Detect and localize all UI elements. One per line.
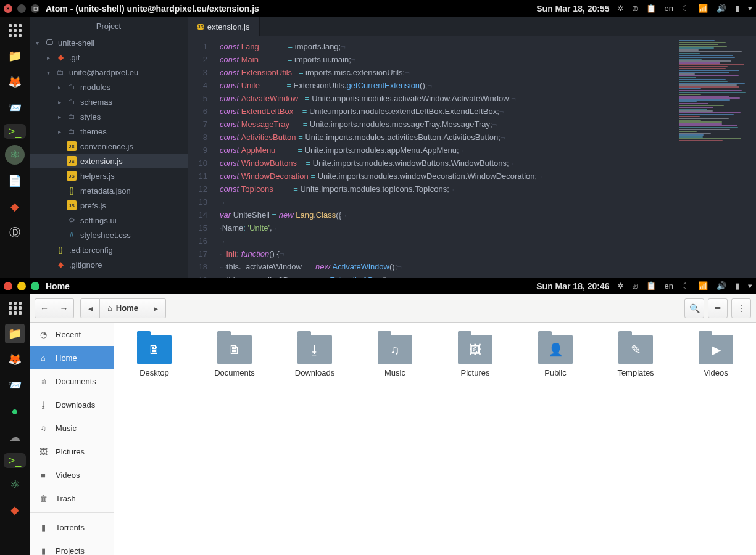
sidebar-item[interactable]: ⌂Home: [30, 346, 114, 369]
dash-icon[interactable]: Ⓓ: [5, 223, 25, 242]
terminal-icon[interactable]: >_: [4, 453, 26, 468]
window-minimize-button[interactable]: [17, 282, 26, 290]
wifi-icon[interactable]: 📶: [698, 4, 708, 13]
window-maximize-button[interactable]: [31, 282, 39, 290]
battery-icon[interactable]: ▮: [735, 281, 739, 290]
tree-item[interactable]: {}.editorconfig: [30, 242, 188, 257]
volume-icon[interactable]: 🔊: [717, 281, 726, 290]
tree-item[interactable]: ⚙settings.ui: [30, 213, 188, 228]
disk-icon[interactable]: ⎚: [633, 4, 638, 13]
folder-item[interactable]: ▶Videos: [688, 335, 744, 543]
folder-item[interactable]: ✎Templates: [608, 335, 663, 543]
settings-icon[interactable]: ✲: [617, 281, 624, 290]
folder-item[interactable]: ♫Music: [367, 335, 423, 543]
tree-item[interactable]: ◆.gitignore: [30, 257, 188, 272]
path-next[interactable]: ▸: [146, 298, 166, 318]
folder-item[interactable]: 🖼Pictures: [447, 335, 503, 543]
volume-icon[interactable]: 🔊: [717, 4, 726, 13]
hamburger-button[interactable]: ⋮: [731, 298, 751, 318]
settings-icon[interactable]: ✲: [617, 4, 624, 13]
js-icon: JS: [67, 171, 77, 181]
firefox-icon[interactable]: 🦊: [5, 350, 25, 369]
apps-grid-icon[interactable]: [5, 298, 25, 318]
tree-item[interactable]: JShelpers.js: [30, 168, 188, 183]
sidebar-item[interactable]: 🖼Pictures: [30, 440, 114, 463]
keyboard-lang[interactable]: en: [665, 281, 673, 290]
gutter: 12345678910111213141516171819: [188, 36, 212, 278]
places-sidebar[interactable]: ◔Recent⌂Home🗎Documents⭳Downloads♫Music🖼P…: [30, 323, 114, 555]
keyboard-lang[interactable]: en: [665, 4, 673, 13]
tree-item[interactable]: ▸🗀themes: [30, 124, 188, 139]
minimap[interactable]: [676, 36, 756, 278]
git-icon[interactable]: ◆: [5, 500, 25, 520]
system-tray[interactable]: ✲ ⎚ 📋 en ☾ 📶 🔊 ▮ ▾: [617, 4, 752, 13]
sidebar-item[interactable]: ◔Recent: [30, 323, 114, 346]
system-tray[interactable]: ✲ ⎚ 📋 en ☾ 📶 🔊 ▮ ▾: [617, 281, 752, 290]
files-icon[interactable]: 📁: [5, 46, 25, 66]
view-toggle-button[interactable]: ≣: [708, 298, 728, 318]
window-maximize-button[interactable]: ◻: [31, 4, 39, 13]
tree-item[interactable]: JSprefs.js: [30, 198, 188, 213]
menu-caret-icon[interactable]: ▾: [748, 281, 752, 290]
code-lines[interactable]: const Lang = imports.lang;¬const Main = …: [212, 36, 676, 278]
battery-icon[interactable]: ▮: [735, 4, 739, 13]
tree-item[interactable]: {}metadata.json: [30, 183, 188, 198]
code-area[interactable]: 12345678910111213141516171819 const Lang…: [188, 36, 756, 278]
clipboard-icon[interactable]: 📋: [646, 4, 656, 13]
files-icon[interactable]: 📁: [5, 324, 25, 343]
sublime-icon[interactable]: 📄: [5, 171, 25, 191]
night-icon[interactable]: ☾: [682, 281, 689, 290]
sidebar-item[interactable]: ▮Projects: [30, 539, 114, 555]
clock[interactable]: Sun Mar 18, 20:55: [536, 4, 609, 14]
terminal-icon[interactable]: >_: [4, 124, 26, 139]
mail-icon[interactable]: 📨: [5, 98, 25, 118]
clipboard-icon[interactable]: 📋: [646, 281, 656, 290]
project-tree[interactable]: ▾🖵unite-shell ▸◆.git▾🗀unite@hardpixel.eu…: [30, 35, 188, 278]
atom-icon[interactable]: ⚛: [5, 474, 25, 494]
window-close-button[interactable]: ×: [4, 4, 12, 13]
back-button[interactable]: ←: [35, 298, 54, 318]
tree-item[interactable]: ▸🗀styles: [30, 109, 188, 124]
menu-caret-icon[interactable]: ▾: [748, 4, 752, 13]
sidebar-item[interactable]: ⭳Downloads: [30, 393, 114, 416]
window-close-button[interactable]: [4, 282, 12, 290]
git-icon[interactable]: ◆: [5, 197, 25, 216]
tab-extension-js[interactable]: JS extension.js: [188, 17, 260, 36]
search-button[interactable]: 🔍: [684, 298, 704, 318]
apps-grid-icon[interactable]: [5, 20, 25, 40]
tree-item[interactable]: ▸🗀schemas: [30, 94, 188, 109]
path-bar[interactable]: ◂ ⌂ Home ▸: [80, 298, 166, 318]
folder-grid[interactable]: 🗎Desktop🗎Documents⭳Downloads♫Music🖼Pictu…: [114, 323, 756, 555]
sidebar-item[interactable]: 🗑Trash: [30, 487, 114, 510]
path-home[interactable]: ⌂ Home: [100, 298, 146, 318]
tree-item[interactable]: #stylesheet.css: [30, 228, 188, 242]
folder-item[interactable]: 👤Public: [528, 335, 583, 543]
sidebar-item[interactable]: 🗎Documents: [30, 369, 114, 393]
disk-icon[interactable]: ⎚: [633, 281, 638, 290]
place-icon: 🖼: [38, 447, 48, 456]
sidebar-item[interactable]: ♫Music: [30, 416, 114, 440]
atom-icon[interactable]: ⚛: [5, 145, 25, 165]
tree-item[interactable]: ▸◆.git: [30, 50, 188, 65]
window-minimize-button[interactable]: –: [17, 4, 26, 13]
folder-item[interactable]: 🗎Desktop: [127, 335, 182, 543]
folder-item[interactable]: ⭳Downloads: [287, 335, 343, 543]
media-icon[interactable]: ●: [5, 401, 25, 421]
folder-item[interactable]: 🗎Documents: [207, 335, 262, 543]
cloud-icon[interactable]: ☁: [5, 427, 25, 447]
firefox-icon[interactable]: 🦊: [5, 72, 25, 92]
tree-item[interactable]: ▾🗀unite@hardpixel.eu: [30, 65, 188, 80]
mail-icon[interactable]: 📨: [5, 376, 25, 395]
tree-root[interactable]: ▾🖵unite-shell: [30, 35, 188, 50]
tree-item[interactable]: ▸🗀modules: [30, 80, 188, 94]
tree-item[interactable]: JSextension.js: [30, 154, 188, 168]
clock[interactable]: Sun Mar 18, 20:46: [536, 281, 609, 291]
place-icon: ▮: [38, 523, 48, 532]
forward-button[interactable]: →: [54, 298, 74, 318]
tree-item[interactable]: JSconvenience.js: [30, 139, 188, 154]
sidebar-item[interactable]: ▮Torrents: [30, 516, 114, 539]
sidebar-item[interactable]: ■Videos: [30, 463, 114, 487]
path-prev[interactable]: ◂: [80, 298, 100, 318]
night-icon[interactable]: ☾: [682, 4, 689, 13]
wifi-icon[interactable]: 📶: [698, 281, 708, 290]
